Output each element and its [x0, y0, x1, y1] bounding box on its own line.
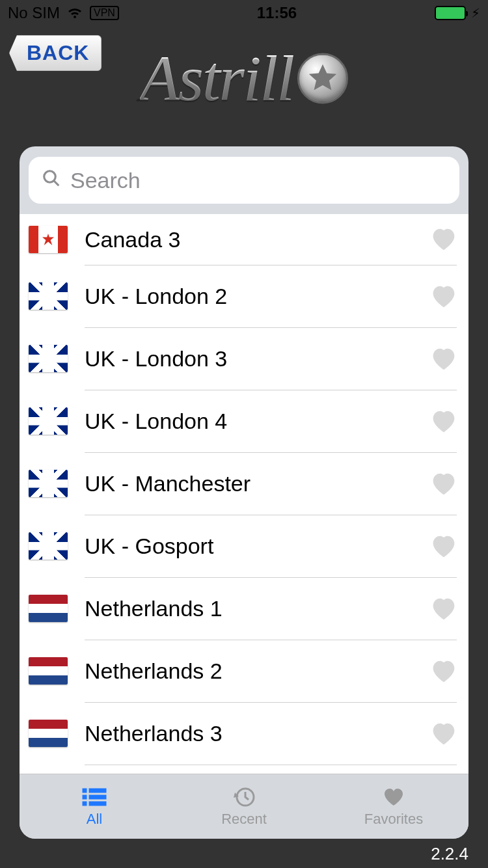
- favorite-heart-icon[interactable]: [431, 228, 457, 251]
- server-row[interactable]: UK - Gosport: [29, 515, 468, 577]
- svg-rect-3: [89, 789, 106, 793]
- tab-bar: All Recent Favorites: [20, 774, 468, 839]
- server-name: Netherlands 3: [85, 721, 414, 746]
- server-name: Netherlands 2: [85, 658, 414, 684]
- app-header: BACK Astrill: [0, 26, 488, 130]
- favorite-heart-icon[interactable]: [431, 347, 457, 371]
- server-row[interactable]: Netherlands 1: [29, 577, 468, 640]
- server-row[interactable]: UK - London 2: [29, 265, 468, 327]
- search-input[interactable]: [70, 168, 446, 193]
- svg-rect-7: [89, 802, 106, 806]
- server-name: UK - London 3: [85, 346, 414, 372]
- svg-rect-2: [83, 789, 87, 793]
- svg-rect-4: [83, 795, 87, 799]
- clock: 11:56: [119, 4, 435, 22]
- search-wrap: [20, 146, 468, 214]
- tab-recent[interactable]: Recent: [169, 774, 319, 839]
- flag-icon: [29, 282, 68, 310]
- favorite-heart-icon[interactable]: [431, 597, 457, 621]
- flag-icon: [29, 595, 68, 622]
- back-button[interactable]: BACK: [9, 35, 102, 71]
- server-row[interactable]: Netherlands 3: [29, 702, 468, 765]
- battery-icon: [435, 6, 466, 20]
- flag-icon: [29, 720, 68, 747]
- tab-recent-label: Recent: [221, 811, 267, 828]
- search-box[interactable]: [29, 157, 459, 204]
- server-name: UK - Manchester: [85, 471, 414, 496]
- server-row[interactable]: Netherlands X1: [29, 765, 468, 774]
- carrier-text: No SIM: [8, 4, 60, 22]
- svg-rect-5: [89, 795, 106, 799]
- favorite-heart-icon[interactable]: [431, 410, 457, 433]
- vpn-badge: VPN: [90, 6, 119, 20]
- tab-favorites[interactable]: Favorites: [319, 774, 468, 839]
- server-name: Netherlands 1: [85, 596, 414, 621]
- server-row[interactable]: Netherlands 2: [29, 640, 468, 702]
- server-card: Canada 3UK - London 2UK - London 3UK - L…: [20, 146, 468, 839]
- favorite-heart-icon[interactable]: [431, 285, 457, 308]
- server-list[interactable]: Canada 3UK - London 2UK - London 3UK - L…: [20, 214, 468, 774]
- favorite-heart-icon[interactable]: [431, 535, 457, 558]
- tab-all[interactable]: All: [20, 774, 169, 839]
- tab-favorites-label: Favorites: [364, 811, 423, 828]
- tab-all-label: All: [87, 811, 102, 828]
- server-name: UK - London 2: [85, 284, 414, 309]
- flag-icon: [29, 345, 68, 372]
- svg-point-0: [44, 170, 56, 182]
- server-row[interactable]: UK - London 4: [29, 390, 468, 452]
- star-icon: [297, 53, 348, 103]
- status-bar: No SIM VPN 11:56 ⚡︎: [0, 0, 488, 26]
- flag-icon: [29, 470, 68, 497]
- flag-icon: [29, 407, 68, 435]
- server-row[interactable]: UK - Manchester: [29, 452, 468, 515]
- brand-title: Astrill: [140, 41, 293, 116]
- server-row[interactable]: Canada 3: [29, 214, 468, 265]
- favorite-heart-icon[interactable]: [431, 722, 457, 746]
- brand: Astrill: [140, 41, 348, 116]
- svg-rect-6: [83, 802, 87, 806]
- server-name: UK - London 4: [85, 409, 414, 434]
- server-name: UK - Gosport: [85, 534, 414, 559]
- search-icon: [42, 168, 61, 193]
- server-row[interactable]: UK - London 3: [29, 327, 468, 390]
- flag-icon: [29, 532, 68, 560]
- flag-icon: [29, 657, 68, 685]
- wifi-icon: [66, 7, 83, 20]
- charging-icon: ⚡︎: [471, 5, 480, 21]
- favorite-heart-icon[interactable]: [431, 660, 457, 683]
- server-name: Canada 3: [85, 227, 414, 252]
- svg-line-1: [54, 180, 59, 185]
- version-label: 2.2.4: [431, 844, 468, 864]
- flag-icon: [29, 226, 68, 253]
- favorite-heart-icon[interactable]: [431, 472, 457, 496]
